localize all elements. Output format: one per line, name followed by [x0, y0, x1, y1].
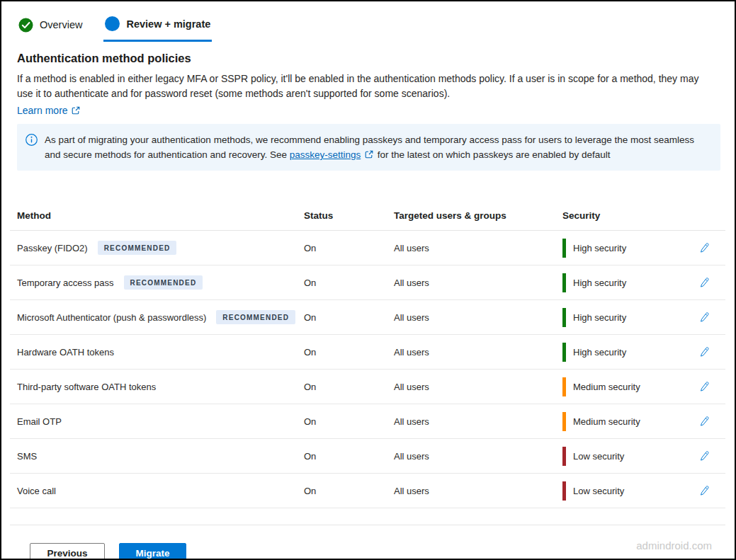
targeted-users-value: All users — [394, 451, 562, 462]
edit-cell — [684, 484, 725, 498]
edit-cell — [684, 241, 725, 256]
learn-more-link[interactable]: Learn more — [17, 105, 80, 116]
method-name: SMS — [17, 451, 37, 462]
previous-button[interactable]: Previous — [30, 543, 105, 560]
edit-cell — [684, 449, 725, 464]
security-cell: Low security — [562, 481, 684, 501]
edit-pencil-icon[interactable] — [697, 449, 711, 463]
security-level-label: High security — [573, 278, 626, 288]
method-name: Temporary access pass — [17, 278, 114, 288]
column-header-targeted: Targeted users & groups — [394, 210, 562, 221]
page-title: Authentication method policies — [17, 52, 720, 65]
table-row: Microsoft Authenticator (push & password… — [10, 300, 725, 335]
targeted-users-value: All users — [394, 278, 562, 288]
security-cell: Medium security — [562, 412, 684, 431]
security-level-label: High security — [573, 312, 626, 323]
security-cell: Medium security — [562, 377, 684, 396]
method-cell: SMS — [17, 451, 304, 462]
table-bottom-divider — [10, 508, 725, 525]
table-row: Temporary access pass RECOMMENDED On All… — [10, 265, 725, 300]
method-name: Email OTP — [17, 416, 62, 427]
method-name: Microsoft Authenticator (push & password… — [17, 312, 206, 323]
info-icon — [26, 134, 38, 146]
security-level-label: Medium security — [573, 382, 640, 392]
tab-review-migrate[interactable]: Review + migrate — [103, 14, 212, 42]
watermark: admindroid.com — [636, 539, 712, 552]
migrate-button[interactable]: Migrate — [119, 543, 186, 560]
method-cell: Hardware OATH tokens — [17, 347, 304, 358]
step-label-overview: Overview — [40, 19, 82, 30]
table-header-row: Method Status Targeted users & groups Se… — [10, 200, 725, 231]
security-cell: High security — [562, 273, 684, 292]
edit-pencil-icon[interactable] — [697, 241, 711, 255]
banner-text-after: for the latest on which passkeys are ena… — [378, 149, 611, 160]
tab-overview[interactable]: Overview — [17, 14, 84, 42]
table-row: Email OTP On All users Medium security — [10, 404, 725, 439]
method-cell: Microsoft Authenticator (push & password… — [17, 310, 304, 324]
wizard-footer: Previous Migrate — [1, 525, 735, 560]
security-cell: Low security — [562, 447, 684, 466]
security-cell: High security — [562, 343, 684, 362]
column-header-status: Status — [304, 210, 394, 221]
table-row: Voice call On All users Low security — [10, 474, 725, 508]
recommended-badge: RECOMMENDED — [124, 275, 203, 290]
status-value: On — [304, 278, 394, 288]
targeted-users-value: All users — [394, 486, 562, 496]
info-banner: As part of migrating your authentication… — [17, 124, 720, 171]
security-level-bar — [562, 239, 566, 258]
method-cell: Passkey (FIDO2) RECOMMENDED — [17, 241, 304, 255]
method-cell: Third-party software OATH tokens — [17, 382, 304, 392]
security-level-bar — [562, 273, 566, 292]
method-name: Voice call — [17, 486, 56, 496]
security-level-label: Low security — [573, 451, 624, 462]
external-link-icon[interactable] — [365, 150, 373, 159]
security-level-bar — [562, 447, 566, 466]
targeted-users-value: All users — [394, 416, 562, 427]
security-cell: High security — [562, 239, 684, 258]
method-cell: Temporary access pass RECOMMENDED — [17, 275, 304, 290]
edit-cell — [684, 345, 725, 360]
security-level-label: High security — [573, 347, 626, 358]
status-value: On — [304, 347, 394, 358]
edit-pencil-icon[interactable] — [697, 379, 711, 394]
wizard-steps: Overview Review + migrate — [1, 1, 735, 42]
edit-pencil-icon[interactable] — [697, 414, 711, 428]
passkey-settings-link[interactable]: passkey-settings — [290, 149, 361, 160]
security-level-label: Low security — [573, 486, 624, 496]
page-description: If a method is enabled in either legacy … — [17, 72, 701, 101]
edit-cell — [684, 310, 725, 325]
edit-pencil-icon[interactable] — [697, 345, 711, 359]
table-row: SMS On All users Low security — [10, 439, 725, 474]
recommended-badge: RECOMMENDED — [98, 241, 177, 255]
status-value: On — [304, 312, 394, 323]
edit-cell — [684, 379, 725, 394]
edit-pencil-icon[interactable] — [697, 275, 711, 290]
edit-cell — [684, 414, 725, 429]
column-header-security: Security — [562, 210, 684, 221]
method-name: Passkey (FIDO2) — [17, 243, 88, 253]
table-row: Passkey (FIDO2) RECOMMENDED On All users… — [10, 231, 725, 265]
security-level-bar — [562, 308, 566, 327]
step-complete-check-icon — [18, 18, 33, 33]
method-cell: Voice call — [17, 486, 304, 496]
edit-cell — [684, 275, 725, 290]
recommended-badge: RECOMMENDED — [216, 310, 295, 324]
targeted-users-value: All users — [394, 312, 562, 323]
security-cell: High security — [562, 308, 684, 327]
status-value: On — [304, 486, 394, 496]
method-name: Hardware OATH tokens — [17, 347, 114, 358]
security-level-bar — [562, 343, 566, 362]
security-level-bar — [562, 377, 566, 396]
table-body: Passkey (FIDO2) RECOMMENDED On All users… — [10, 231, 725, 508]
targeted-users-value: All users — [394, 243, 562, 253]
auth-methods-table: Method Status Targeted users & groups Se… — [10, 200, 725, 508]
learn-more-label: Learn more — [17, 105, 68, 116]
step-label-review-migrate: Review + migrate — [126, 18, 210, 30]
table-row: Third-party software OATH tokens On All … — [10, 370, 725, 404]
external-link-icon — [72, 106, 80, 115]
security-level-bar — [562, 481, 566, 501]
security-level-bar — [562, 412, 566, 431]
edit-pencil-icon[interactable] — [697, 484, 711, 498]
edit-pencil-icon[interactable] — [697, 310, 711, 324]
targeted-users-value: All users — [394, 347, 562, 358]
